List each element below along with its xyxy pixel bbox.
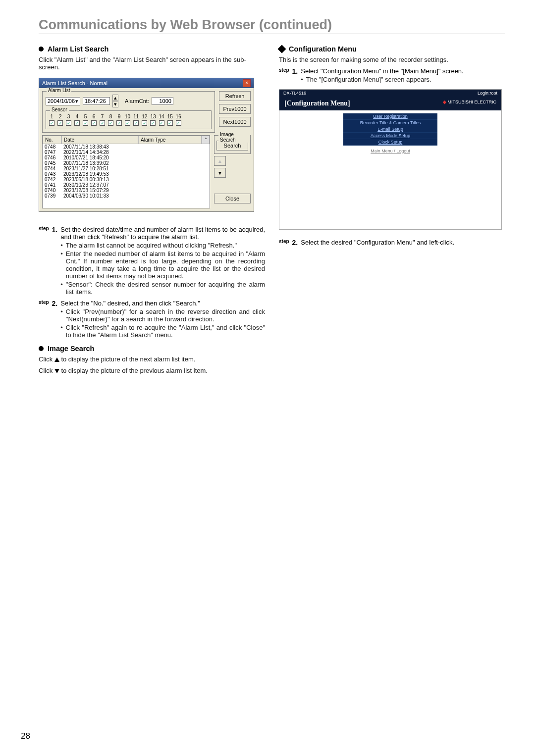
step-number: 2. (52, 300, 58, 307)
time-input[interactable]: 18:47:26 (83, 97, 110, 105)
image-down-text: Click to display the picture of the prev… (39, 367, 265, 374)
alarm-list-search-window: Alarm List Search - Normal × Alarm List … (39, 78, 254, 212)
date-dropdown[interactable]: 2004/10/06▾ (46, 97, 80, 105)
table-row[interactable]: 07412030/10/23 12:37:07 (43, 182, 210, 188)
sensor-checkbox[interactable]: ✓ (167, 120, 173, 126)
cell-no: 0746 (43, 155, 61, 160)
step-label: step (279, 239, 289, 244)
sensor-number: 14 (159, 114, 164, 119)
col-no: No. (43, 136, 61, 144)
table-row[interactable]: 07392004/03/30 10:01:33 (43, 193, 210, 199)
time-spin-up[interactable]: ▴ (112, 95, 118, 101)
alarm-intro-text: Click "Alarm List" and the "Alarm List S… (39, 56, 265, 71)
sensor-grid: 1✓2✓3✓4✓5✓6✓7✓8✓9✓10✓11✓12✓13✓14✓15✓16✓ (49, 114, 208, 126)
sensor-checkbox[interactable]: ✓ (150, 120, 156, 126)
sensor-checkbox[interactable]: ✓ (74, 120, 80, 126)
text-fragment: to display the picture of the previous a… (59, 367, 208, 374)
time-spin-down[interactable]: ▾ (112, 101, 118, 107)
sensor-number: 6 (93, 114, 96, 119)
step-label: step (39, 226, 49, 231)
image-down-button[interactable]: ▼ (214, 168, 226, 178)
text-fragment: to display the picture of the next alarm… (59, 355, 196, 363)
sensor-checkbox[interactable]: ✓ (91, 120, 97, 126)
step-number: 2. (292, 239, 298, 247)
table-row[interactable]: 07472022/10/14 14:34:28 (43, 150, 210, 155)
sensor-number: 8 (109, 114, 112, 119)
sensor-checkbox[interactable]: ✓ (108, 120, 113, 126)
config-menu-item[interactable]: E-mail Setup (343, 126, 437, 133)
col-date: Date (61, 136, 138, 144)
main-menu-logout-link[interactable]: Main Menu / Logout (279, 149, 501, 153)
step1-text: Set the desired date/time and number of … (60, 226, 265, 241)
sensor-checkbox[interactable]: ✓ (57, 120, 63, 126)
close-icon[interactable]: × (243, 79, 251, 87)
close-button[interactable]: Close (214, 194, 251, 203)
next-button[interactable]: Next1000 (219, 117, 251, 127)
configuration-menu-window: DX-TL4516 Login:root [Configuration Menu… (279, 89, 502, 230)
step2-bullet1: Click "Prev(number)" for a search in the… (66, 308, 265, 323)
step2-bullet2: Click "Refresh" again to re-acquire the … (66, 324, 265, 339)
bullet-icon (39, 346, 44, 351)
page-title: Communications by Web Browser (continued… (39, 17, 505, 34)
sensor-checkbox[interactable]: ✓ (142, 120, 147, 126)
right-step1-bullet1: The "[Configuration Menu]" screen appear… (306, 76, 431, 83)
cell-date: 2023/05/18 00:38:13 (61, 177, 210, 182)
scroll-up-icon[interactable]: ˄ (202, 136, 210, 144)
table-row[interactable]: 07432023/12/08 19:49:53 (43, 171, 210, 177)
sensor-number: 4 (76, 114, 79, 119)
sensor-checkbox[interactable]: ✓ (125, 120, 130, 126)
text-fragment: Click (39, 367, 54, 374)
sensor-number: 15 (167, 114, 173, 119)
cell-date: 2010/07/21 18:45:20 (61, 155, 210, 160)
step1-bullet2: Enter the needed number of alarm list it… (66, 250, 265, 280)
table-row[interactable]: 07462010/07/21 18:45:20 (43, 155, 210, 160)
cell-date: 2007/11/18 13:39:02 (61, 160, 210, 166)
table-row[interactable]: 07482007/11/18 13:38:43 (43, 144, 210, 150)
sensor-checkbox[interactable]: ✓ (66, 120, 71, 126)
image-up-button[interactable]: ▲ (214, 156, 226, 166)
brand-label: MITSUBISHI ELECTRIC (447, 100, 496, 104)
sensor-number: 5 (84, 114, 87, 119)
table-row[interactable]: 07402023/12/08 15:07:29 (43, 188, 210, 193)
config-intro-text: This is the screen for making some of th… (279, 56, 505, 63)
sensor-checkbox[interactable]: ✓ (116, 120, 122, 126)
cell-no: 0747 (43, 150, 61, 155)
sensor-checkbox[interactable]: ✓ (176, 120, 181, 126)
config-menu-item[interactable]: Clock Setup (343, 139, 437, 146)
sensor-checkbox[interactable]: ✓ (100, 120, 105, 126)
right-step1-text: Select "Configuration Menu" in the "[Mai… (301, 67, 463, 75)
cell-no: 0739 (43, 193, 61, 199)
sensor-number: 1 (51, 114, 54, 119)
alarmcnt-input[interactable]: 1000 (152, 97, 173, 105)
table-row[interactable]: 07422023/05/18 00:38:13 (43, 177, 210, 182)
config-menu-item[interactable]: Recorder Title & Camera Titles (343, 120, 437, 126)
configuration-menu-heading: Configuration Menu (289, 45, 357, 53)
login-label: Login:root (478, 91, 497, 96)
sensor-checkbox[interactable]: ✓ (83, 120, 88, 126)
sensor-checkbox[interactable]: ✓ (49, 120, 54, 126)
alarmcnt-label: AlarmCnt: (125, 98, 149, 104)
sensor-number: 16 (176, 114, 181, 119)
sensor-checkbox[interactable]: ✓ (133, 120, 139, 126)
image-up-text: Click to display the picture of the next… (39, 355, 265, 363)
refresh-button[interactable]: Refresh (219, 91, 251, 101)
config-menu-item[interactable]: Access Mode Setup (343, 133, 437, 139)
config-menu-item[interactable]: User Registration (343, 113, 437, 120)
image-search-fieldset-label: Image Search (218, 132, 250, 143)
step-number: 1. (52, 226, 58, 234)
sensor-checkbox[interactable]: ✓ (159, 120, 164, 126)
alarm-list-table[interactable]: No. Date Alarm Type ˄ 07482007/11/18 13:… (42, 135, 210, 208)
image-search-heading: Image Search (48, 345, 94, 353)
cell-date: 2023/12/08 15:07:29 (61, 188, 210, 193)
table-row[interactable]: 07452007/11/18 13:39:02 (43, 160, 210, 166)
cell-date: 2004/03/30 10:01:33 (61, 193, 210, 199)
cell-date: 2022/10/14 14:34:28 (61, 150, 210, 155)
table-row[interactable]: 07442023/11/27 10:28:51 (43, 166, 210, 171)
text-fragment: Click (39, 355, 54, 363)
window-title: Alarm List Search - Normal (42, 80, 107, 86)
step-number: 1. (292, 67, 298, 75)
cell-no: 0740 (43, 188, 61, 193)
triangle-up-icon (54, 357, 59, 362)
sensor-number: 9 (118, 114, 121, 119)
prev-button[interactable]: Prev1000 (219, 104, 251, 114)
